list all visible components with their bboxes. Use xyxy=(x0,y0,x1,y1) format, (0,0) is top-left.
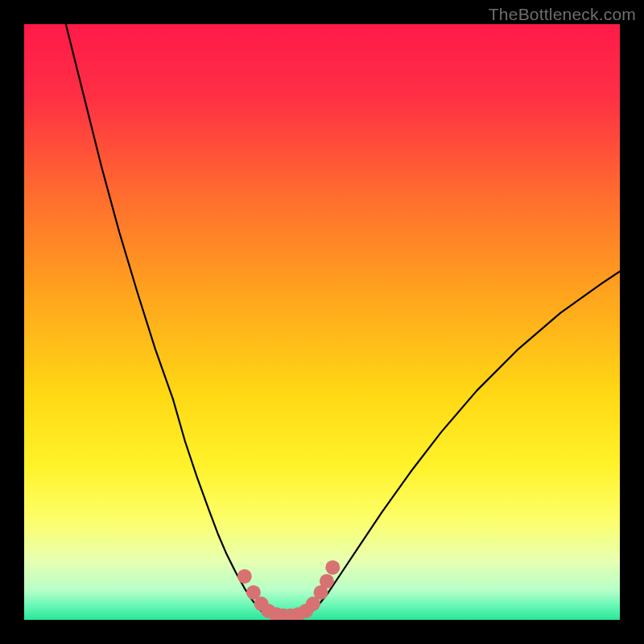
watermark-text: TheBottleneck.com xyxy=(489,5,636,24)
plot-area xyxy=(24,24,620,620)
curve-marker xyxy=(325,560,340,575)
chart-svg xyxy=(24,24,620,620)
outer-frame: TheBottleneck.com xyxy=(0,0,644,644)
curve-marker xyxy=(320,574,334,588)
gradient-rect xyxy=(24,24,620,620)
curve-marker xyxy=(237,569,252,584)
